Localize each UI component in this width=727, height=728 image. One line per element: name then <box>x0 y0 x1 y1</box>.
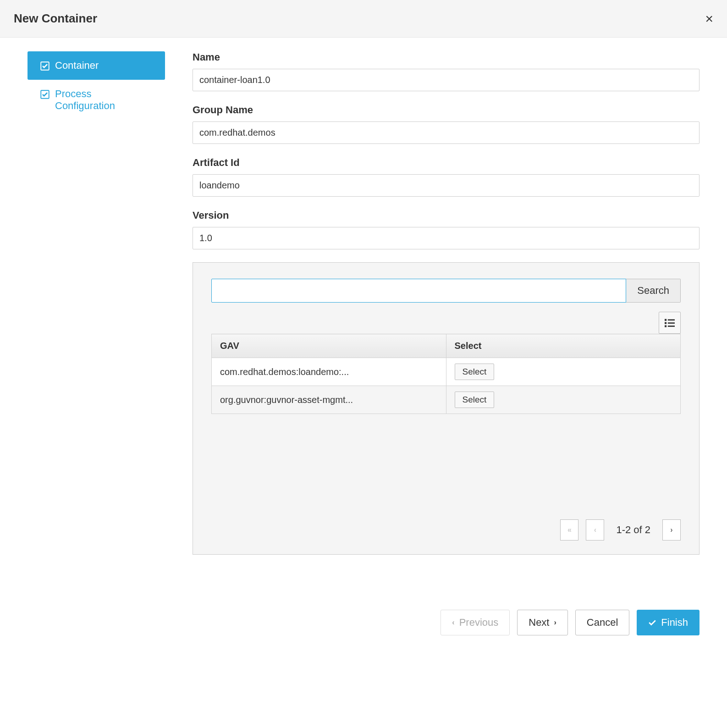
check-icon <box>40 61 50 71</box>
modal-footer: ‹ Previous Next › Cancel Finish <box>0 596 727 654</box>
svg-rect-7 <box>668 325 675 327</box>
list-view-button[interactable] <box>659 312 681 334</box>
check-icon <box>40 90 50 99</box>
search-panel: Search <box>193 262 699 555</box>
button-label: Finish <box>661 617 688 629</box>
svg-rect-3 <box>668 319 675 320</box>
next-button[interactable]: Next › <box>517 610 568 635</box>
cancel-button[interactable]: Cancel <box>575 610 629 635</box>
artifact-id-input[interactable] <box>193 174 699 197</box>
wizard-sidebar: Container Process Configuration <box>28 51 165 555</box>
pagination: « ‹ 1-2 of 2 › <box>211 519 681 540</box>
label-artifact-id: Artifact Id <box>193 157 699 169</box>
sidebar-item-label: Process Configuration <box>55 88 152 112</box>
list-toggle-row <box>211 312 681 334</box>
sidebar-item-container[interactable]: Container <box>28 51 165 80</box>
button-label: Cancel <box>587 617 618 629</box>
chevron-right-icon: › <box>554 618 556 627</box>
form-group-group-name: Group Name <box>193 104 699 144</box>
search-button[interactable]: Search <box>626 279 681 303</box>
table-row: org.guvnor:guvnor-asset-mgmt... Select <box>212 386 681 414</box>
chevron-left-icon: ‹ <box>452 618 454 627</box>
page-info: 1-2 of 2 <box>616 524 650 536</box>
modal-header: New Container × <box>0 0 727 38</box>
cell-select: Select <box>446 358 681 386</box>
results-table: GAV Select com.redhat.demos:loandemo:...… <box>211 334 681 414</box>
list-icon <box>665 318 675 328</box>
main-content: Name Group Name Artifact Id Version Sear… <box>193 51 699 555</box>
sidebar-item-label: Container <box>55 60 99 72</box>
button-label: Previous <box>459 617 499 629</box>
svg-rect-4 <box>665 322 666 324</box>
chevron-right-icon: › <box>670 526 672 534</box>
form-group-name: Name <box>193 51 699 91</box>
svg-rect-2 <box>665 319 666 321</box>
finish-button[interactable]: Finish <box>637 610 699 635</box>
chevron-double-left-icon: « <box>567 526 572 534</box>
form-group-artifact-id: Artifact Id <box>193 157 699 197</box>
modal-title: New Container <box>14 11 97 26</box>
button-label: Next <box>529 617 549 629</box>
cell-select: Select <box>446 386 681 414</box>
version-input[interactable] <box>193 227 699 249</box>
chevron-left-icon: ‹ <box>594 526 596 534</box>
select-button[interactable]: Select <box>455 364 495 380</box>
previous-button[interactable]: ‹ Previous <box>441 610 510 635</box>
previous-page-button[interactable]: ‹ <box>586 519 604 540</box>
select-button[interactable]: Select <box>455 392 495 408</box>
search-row: Search <box>211 279 681 303</box>
label-group-name: Group Name <box>193 104 699 116</box>
results-table-wrapper: GAV Select com.redhat.demos:loandemo:...… <box>211 334 681 414</box>
label-name: Name <box>193 51 699 63</box>
check-icon <box>648 618 656 627</box>
search-input[interactable] <box>211 279 626 303</box>
close-icon[interactable]: × <box>705 12 713 26</box>
name-input[interactable] <box>193 69 699 91</box>
label-version: Version <box>193 210 699 221</box>
svg-rect-6 <box>665 325 666 327</box>
cell-gav: com.redhat.demos:loandemo:... <box>212 358 446 386</box>
column-header-gav[interactable]: GAV <box>212 334 446 358</box>
sidebar-item-process-configuration[interactable]: Process Configuration <box>28 80 165 120</box>
modal-body: Container Process Configuration Name Gro… <box>0 38 727 568</box>
svg-rect-5 <box>668 322 675 324</box>
form-group-version: Version <box>193 210 699 249</box>
column-header-select[interactable]: Select <box>446 334 681 358</box>
table-row: com.redhat.demos:loandemo:... Select <box>212 358 681 386</box>
group-name-input[interactable] <box>193 121 699 144</box>
cell-gav: org.guvnor:guvnor-asset-mgmt... <box>212 386 446 414</box>
first-page-button[interactable]: « <box>560 519 578 540</box>
next-page-button[interactable]: › <box>662 519 681 540</box>
